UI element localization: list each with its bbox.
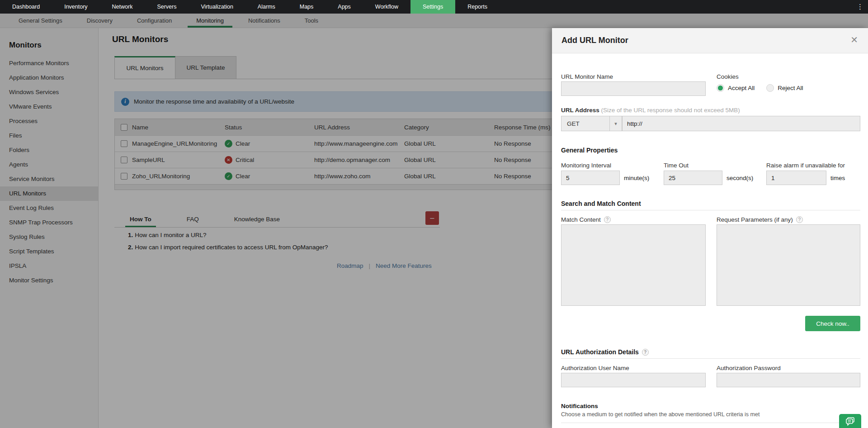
panel-title: Add URL Monitor [561, 36, 628, 45]
radio-selected-icon [717, 84, 724, 92]
match-content-label-text: Match Content [561, 216, 601, 223]
help-icon[interactable]: ? [642, 349, 649, 356]
request-params-textarea[interactable] [717, 224, 860, 306]
panel-header: Add URL Monitor ✕ [552, 28, 868, 53]
accept-all-label: Accept All [728, 85, 755, 91]
nav-dashboard[interactable]: Dashboard [0, 0, 52, 14]
nav-virtualization[interactable]: Virtualization [189, 0, 245, 14]
notifications-description: Choose a medium to get notified when the… [561, 411, 760, 418]
monitoring-interval-input[interactable] [561, 171, 620, 185]
top-nav: Dashboard Inventory Network Servers Virt… [0, 0, 868, 14]
check-now-button[interactable]: Check now.. [805, 316, 860, 331]
request-params-label-text: Request Parameters (if any) [717, 216, 793, 223]
section-divider [561, 210, 860, 210]
add-url-monitor-panel: Add URL Monitor ✕ URL Monitor Name Cooki… [552, 28, 868, 428]
cookies-label: Cookies [717, 73, 739, 80]
nav-alarms[interactable]: Alarms [245, 0, 288, 14]
nav-settings[interactable]: Settings [410, 0, 455, 14]
radio-unselected-icon [766, 84, 774, 92]
raise-alarm-field: Raise alarm if unavailable for times [766, 162, 863, 185]
nav-apps[interactable]: Apps [326, 0, 363, 14]
nav-servers[interactable]: Servers [145, 0, 189, 14]
monitoring-interval-unit: minute(s) [624, 175, 649, 181]
auth-password-input[interactable] [717, 373, 860, 387]
time-out-label: Time Out [664, 162, 761, 169]
auth-user-label: Authorization User Name [561, 365, 629, 371]
http-method-select[interactable]: GET ▾ [561, 116, 622, 131]
app-root: Dashboard Inventory Network Servers Virt… [0, 0, 868, 428]
time-out-field: Time Out second(s) [664, 162, 761, 185]
http-method-value: GET [561, 120, 609, 127]
request-params-label: Request Parameters (if any)? [717, 216, 803, 223]
search-match-heading: Search and Match Content [561, 200, 641, 207]
reject-all-radio[interactable]: Reject All [766, 84, 803, 92]
nav-workflow[interactable]: Workflow [363, 0, 410, 14]
nav-maps[interactable]: Maps [288, 0, 326, 14]
match-content-label: Match Content? [561, 216, 611, 223]
raise-alarm-label: Raise alarm if unavailable for [766, 162, 863, 169]
accept-all-radio[interactable]: Accept All [717, 84, 755, 92]
nav-reports[interactable]: Reports [455, 0, 500, 14]
url-monitor-name-input[interactable] [561, 81, 706, 96]
notifications-heading: Notifications [561, 403, 598, 409]
time-out-input[interactable] [664, 171, 722, 185]
auth-user-input[interactable] [561, 373, 706, 387]
match-content-textarea[interactable] [561, 224, 706, 306]
chat-icon [845, 417, 855, 426]
url-authorization-heading-text: URL Authorization Details [561, 348, 639, 356]
url-monitor-name-label: URL Monitor Name [561, 73, 613, 80]
raise-alarm-unit: times [830, 175, 845, 181]
auth-password-label: Authorization Password [717, 365, 781, 371]
section-divider [561, 423, 860, 423]
monitoring-interval-label: Monitoring Interval [561, 162, 658, 169]
nav-inventory[interactable]: Inventory [52, 0, 99, 14]
chat-button[interactable] [839, 414, 861, 428]
kebab-menu-icon[interactable]: ⋮ [857, 0, 863, 14]
help-icon[interactable]: ? [604, 216, 611, 223]
help-icon[interactable]: ? [796, 216, 803, 223]
general-properties-heading: General Properties [561, 147, 618, 154]
raise-alarm-input[interactable] [766, 171, 826, 185]
url-address-input[interactable] [622, 116, 860, 131]
section-divider [561, 358, 860, 359]
nav-network[interactable]: Network [100, 0, 145, 14]
monitoring-interval-field: Monitoring Interval minute(s) [561, 162, 658, 185]
chevron-down-icon: ▾ [609, 116, 622, 131]
url-address-label-text: URL Address [561, 107, 599, 114]
time-out-unit: second(s) [726, 175, 753, 181]
cookies-radio-group: Accept All Reject All [717, 84, 803, 92]
url-address-label: URL Address (Size of the URL response sh… [561, 107, 740, 114]
url-address-hint: (Size of the URL response should not exc… [601, 107, 740, 114]
url-authorization-heading: URL Authorization Details? [561, 348, 649, 356]
reject-all-label: Reject All [778, 85, 803, 91]
close-icon[interactable]: ✕ [850, 35, 858, 44]
